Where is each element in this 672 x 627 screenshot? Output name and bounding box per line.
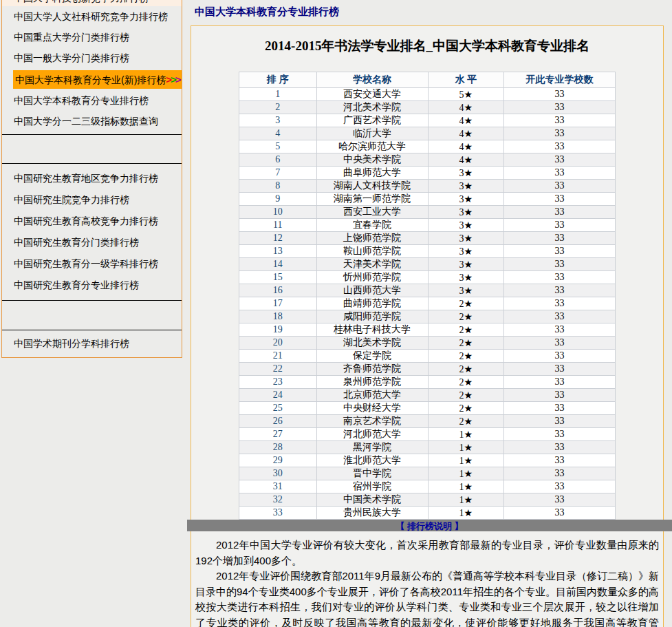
cell-rank: 28 [239,441,317,454]
cell-level: 2★ [428,350,504,363]
table-row: 12上饶师范学院3★33 [239,232,616,245]
cell-level: 5★ [428,88,504,101]
cell-count: 33 [504,127,616,140]
cell-count: 33 [504,441,616,454]
cell-count: 33 [504,310,616,323]
sidebar-item-active[interactable]: 中国大学本科教育分专业(新)排行榜>>> [13,70,182,89]
cell-level: 2★ [428,415,504,428]
explanation-paragraph: 2012年专业评价围绕教育部2011年9月最新公布的《普通高等学校本科专业目录（… [195,568,659,627]
sidebar-item[interactable]: 中国研究生教育地区竞争力排行榜 [2,168,182,189]
cell-rank: 6 [239,153,317,167]
cell-level: 3★ [428,258,504,271]
sidebar-item[interactable]: 中国重点大学分门类排行榜 [2,27,182,47]
sidebar-item[interactable]: 中国研究生院竞争力排行榜 [2,189,182,211]
table-row: 29淮北师范大学1★33 [239,454,616,467]
cell-count: 33 [504,467,616,480]
cell-school: 西安工业大学 [316,206,428,219]
cell-level: 2★ [428,323,504,337]
sidebar-item-label: 中国研究生教育分专业排行榜 [14,279,139,290]
sidebar-item[interactable]: 中国研究生教育分专业排行榜 [2,275,182,296]
cell-count: 33 [504,389,616,402]
cell-level: 2★ [428,376,504,389]
cell-school: 齐鲁师范学院 [316,363,428,376]
table-row: 14天津美术学院3★33 [239,258,616,271]
cell-count: 33 [504,337,616,350]
table-row: 27河北师范大学1★33 [239,428,616,441]
cell-level: 4★ [428,127,504,140]
sidebar-item[interactable]: 中国一般大学分门类排行榜 [2,47,182,68]
cell-school: 天津美术学院 [316,258,428,271]
column-header-count: 开此专业学校数 [504,72,616,88]
breadcrumb-link[interactable]: 中国大学本科教育分专业排行榜 [195,6,339,19]
cell-school: 忻州师范学院 [316,271,428,284]
cell-level: 1★ [428,480,504,493]
table-row: 7曲阜师范大学3★33 [239,167,616,180]
cell-count: 33 [504,88,616,101]
sidebar-item[interactable]: 中国大学分一二三级指标数据查询 [2,111,182,131]
table-row: 20湖北美术学院2★33 [239,337,616,350]
sidebar-item-label: 中国大学人文社科研究竞争力排行榜 [14,11,168,22]
cell-rank: 14 [239,258,317,271]
sidebar-item[interactable]: 中国大学人文社科研究竞争力排行榜 [2,6,182,27]
sidebar-item[interactable]: 中国研究生教育分一级学科排行榜 [2,253,182,275]
cell-count: 33 [504,428,616,441]
cell-level: 1★ [428,493,504,507]
cell-rank: 1 [239,88,317,101]
cell-school: 上饶师范学院 [316,232,428,245]
cell-rank: 2 [239,101,317,114]
cell-rank: 26 [239,415,317,428]
cell-rank: 5 [239,140,317,153]
sidebar-item-label: 中国研究生教育分一级学科排行榜 [14,258,158,269]
table-row: 32中国美术学院1★33 [239,493,616,507]
table-row: 8湖南人文科技学院3★33 [239,180,616,193]
table-row: 11宜春学院3★33 [239,219,616,232]
cell-count: 33 [504,167,616,180]
cell-level: 4★ [428,153,504,167]
cell-level: 3★ [428,232,504,245]
cell-rank: 18 [239,310,317,323]
cell-level: 2★ [428,402,504,415]
cell-rank: 30 [239,467,317,480]
cell-count: 33 [504,284,616,297]
sidebar-item-label: 中国大学本科教育分专业(新)排行榜 [15,74,166,85]
cell-count: 33 [504,206,616,219]
sidebar-item[interactable]: 中国学术期刊分学科排行榜 [2,330,182,357]
chevron-right-icon: > [171,74,175,85]
sidebar-item[interactable]: 中国研究生教育分门类排行榜 [2,232,182,253]
cell-school: 黑河学院 [316,441,428,454]
cell-school: 宜春学院 [316,219,428,232]
sidebar-item[interactable]: 中国研究生教育高校竞争力排行榜 [2,211,182,232]
cell-count: 33 [504,415,616,428]
cell-rank: 31 [239,480,317,493]
cell-school: 临沂大学 [316,127,428,140]
cell-count: 33 [504,297,616,310]
cell-school: 河北美术学院 [316,101,428,114]
cell-count: 33 [504,323,616,337]
sidebar-item[interactable]: 中国大学科技创新竞争力排行榜 [2,0,182,6]
cell-rank: 20 [239,337,317,350]
cell-rank: 11 [239,219,317,232]
sidebar-item-label: 中国大学本科教育分专业排行榜 [14,95,149,106]
table-row: 18咸阳师范学院2★33 [239,310,616,323]
cell-school: 西安交通大学 [316,88,428,101]
cell-level: 2★ [428,297,504,310]
table-row: 1西安交通大学5★33 [239,88,616,101]
table-row: 13鞍山师范学院3★33 [239,245,616,258]
cell-rank: 29 [239,454,317,467]
cell-count: 33 [504,493,616,507]
column-header-level: 水 平 [428,72,504,88]
sidebar-item[interactable]: 中国大学本科教育分专业排行榜 [2,90,182,111]
table-row: 19桂林电子科技大学2★33 [239,323,616,337]
cell-count: 33 [504,363,616,376]
table-row: 9湖南第一师范学院3★33 [239,193,616,206]
cell-school: 中国美术学院 [316,493,428,507]
cell-rank: 15 [239,271,317,284]
table-row: 21保定学院2★33 [239,350,616,363]
cell-school: 宿州学院 [316,480,428,493]
sidebar-spacer [2,135,182,164]
cell-school: 广西艺术学院 [316,114,428,127]
column-header-rank: 排 序 [239,72,317,88]
table-row: 10西安工业大学3★33 [239,206,616,219]
cell-school: 贵州民族大学 [316,507,428,520]
cell-school: 哈尔滨师范大学 [316,140,428,153]
